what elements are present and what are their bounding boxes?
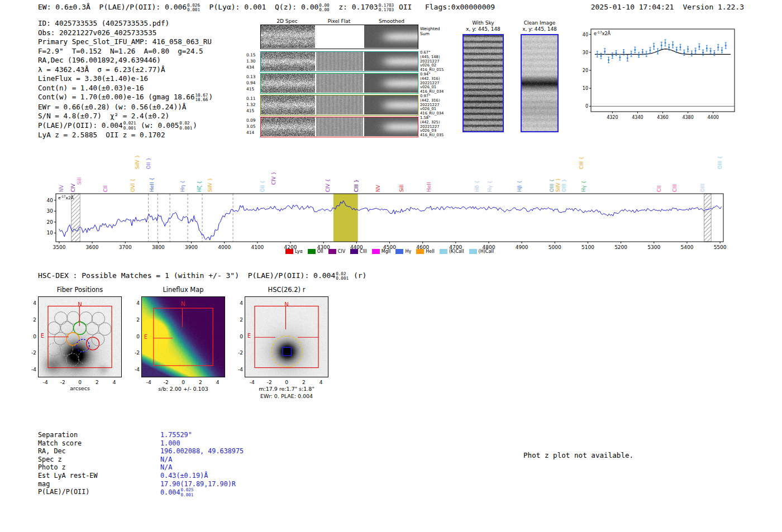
text-segment: Primary Spec_Slot_IFU_AMP: 416_058_063_R…	[38, 37, 212, 46]
weighted-sum-label: WeightedSum	[420, 27, 440, 36]
info-line: LyA z = 2.5885 OII z = 0.1702	[38, 131, 213, 140]
spec2d-cell	[261, 117, 315, 136]
match-value: 0.0040.0250.001	[160, 488, 194, 497]
fiber-weight-value: 0.09	[246, 117, 255, 123]
fiber-positions-image	[39, 297, 121, 377]
legend-item: HeII	[416, 249, 435, 254]
fraction-lower: 0.001	[123, 126, 136, 131]
info-line: ID: 4025733535 (4025733535.pdf)	[38, 19, 213, 28]
y-tick-label: -2	[125, 350, 140, 356]
svg-text:4380: 4380	[682, 115, 693, 120]
legend-item: Lyα	[285, 249, 303, 254]
x-tick-label: -4	[146, 380, 151, 385]
text-segment: P(Lyα): 0.001 Q(z): 0.00	[201, 3, 318, 11]
fraction-lower: 0.00	[319, 8, 329, 13]
info-line: λ = 4362.43Å σ = 6.23(±2.77)Å	[38, 65, 213, 75]
spec2d-trace2-image	[261, 25, 315, 48]
y-tick-label: 4	[228, 300, 243, 306]
spec2d-cell	[316, 74, 363, 93]
fiber-weight-value: 415	[246, 86, 255, 92]
spec2d-cell	[316, 95, 363, 114]
fiber-weight-value: 434	[246, 64, 255, 70]
stacked-fraction: 0.000.00	[319, 3, 329, 13]
y-tick-label: 2	[125, 317, 140, 323]
fiber-weight-value: 415	[246, 108, 255, 114]
spec2d-row	[260, 73, 418, 94]
fiber-weight-value: 1.32	[246, 102, 255, 108]
svg-text:HeII {: HeII {	[149, 178, 155, 192]
fiber-weight-value: 0.13	[246, 74, 255, 80]
legend-swatch	[469, 249, 477, 254]
svg-text:OVI {: OVI {	[130, 179, 136, 192]
svg-text:4320: 4320	[607, 115, 618, 120]
clean-image-title: Clean Image	[524, 20, 556, 26]
fiber-weights: 0.111.32415	[246, 95, 255, 114]
legend-swatch	[440, 249, 447, 254]
legend-label: (H)CaII	[479, 249, 494, 254]
svg-text:Hδ {: Hδ {	[474, 180, 480, 192]
spec2d-cell	[261, 74, 315, 93]
timestamp-version: 2025-01-10 17:04:21Version 1.22.3	[591, 3, 744, 11]
svg-text:CIII }: CIII }	[354, 179, 359, 192]
text-segment: EW: 0.6±0.3Å P(LAE)/P(OII): 0.006	[38, 3, 187, 11]
stacked-fraction: 0.0260.001	[187, 3, 200, 13]
legend-item: (H)CaII	[469, 249, 494, 254]
fiber-weight-value: 0.15	[246, 52, 255, 58]
fraction-lower: 0.001	[181, 493, 194, 498]
legend-label: CIII	[360, 249, 367, 254]
info-line: EWr = 0.66(±0.28) (w: 0.56(±0.24))Å	[38, 103, 213, 112]
spec2d-flat-image	[316, 74, 363, 93]
svg-text:e-17x2Å: e-17x2Å	[58, 195, 74, 200]
x-tick-label: 0	[182, 380, 185, 385]
match-value: N/A	[160, 456, 172, 463]
svg-text:Hζ {: Hζ {	[197, 181, 202, 192]
match-label: Est LyA rest-EW	[38, 472, 98, 480]
svg-text:CII: CII	[103, 185, 108, 192]
spec2d-smooth-image	[364, 117, 418, 136]
fiber-weight-value: 0.94	[246, 80, 255, 86]
legend-item: CIII	[350, 249, 367, 254]
svg-text:e-17x2Å: e-17x2Å	[594, 30, 611, 36]
match-value: 1.75529"	[160, 431, 192, 439]
y-tick-label: -2	[228, 350, 243, 356]
x-tick-label: 4	[113, 380, 116, 385]
x-tick-label: 4	[216, 380, 220, 385]
svg-text:20: 20	[47, 219, 54, 225]
spec2d-header-2dspec: 2D Spec	[276, 18, 297, 24]
match-label: RA, Dec	[38, 447, 66, 455]
spec2d-row	[260, 51, 418, 72]
info-line: LineFlux = 3.30(±1.40)e-16	[38, 74, 213, 84]
y-tick-label: 0	[228, 334, 243, 339]
stacked-fraction: 0.0250.001	[181, 488, 194, 497]
lineflux-map-panel	[141, 296, 225, 377]
hsc-subtitle-2: EWr: 0. PLAE: 0.004	[260, 393, 313, 399]
match-label: Spec z	[38, 456, 62, 463]
svg-text:SiII: SiII	[399, 184, 404, 192]
svg-text:30: 30	[583, 50, 588, 55]
y-tick-label: 4	[22, 300, 36, 306]
match-label: Match score	[38, 439, 82, 447]
legend-item: (K)CaII	[440, 249, 464, 254]
svg-text:4340: 4340	[632, 115, 643, 120]
svg-text:SiIV }: SiIV }	[207, 178, 213, 192]
info-line: Cont(n) = 1.40(±0.03)e-16	[38, 84, 213, 93]
spec2d-cell	[316, 117, 363, 136]
spec2d-cell	[364, 117, 418, 136]
info-line: Cont(w) = 1.70(±0.00)e-16 (gmag 18.6618.…	[38, 93, 213, 103]
spec2d-cell	[364, 74, 418, 93]
hsc-image-panel	[245, 296, 328, 377]
svg-text:OIII }: OIII }	[561, 179, 567, 192]
text-segment: HSC-DEX : Possible Matches = 1 (within +…	[38, 271, 335, 280]
y-tick-label: -4	[125, 367, 140, 372]
x-tick-label: -4	[250, 380, 255, 385]
y-tick-label: -4	[22, 367, 36, 372]
spec2d-cell	[316, 52, 363, 71]
spec2d-header-pixelflat: Pixel Flat	[328, 18, 350, 24]
x-tick-label: 0	[78, 380, 82, 385]
svg-text:20: 20	[583, 68, 588, 73]
spec2d-flat-image	[316, 117, 363, 136]
spec2d-trace-image	[261, 52, 315, 71]
svg-text:40: 40	[583, 32, 588, 37]
svg-text:OII {: OII {	[260, 180, 265, 192]
fiber-weight-value: 0.11	[246, 95, 255, 102]
